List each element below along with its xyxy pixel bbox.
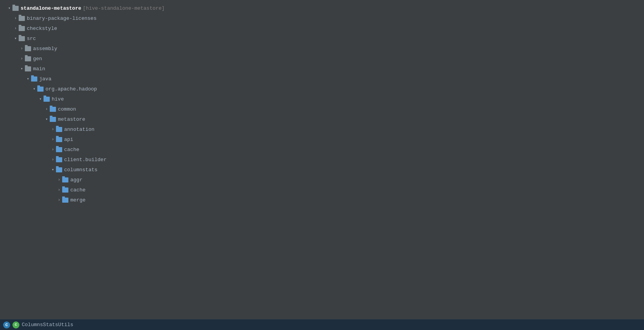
tree-root[interactable]: ▾ standalone-metastore [hive-standalone-… bbox=[0, 3, 644, 13]
chevron-down-icon: ▾ bbox=[12, 36, 19, 41]
item-label: main bbox=[33, 66, 45, 72]
folder-blue-icon bbox=[31, 76, 37, 82]
folder-icon bbox=[25, 56, 31, 61]
item-label: common bbox=[58, 106, 76, 112]
chevron-right-icon: › bbox=[56, 188, 62, 192]
item-label: binary-package-licenses bbox=[27, 16, 96, 21]
chevron-right-icon: › bbox=[19, 57, 25, 61]
tree-item-api[interactable]: › api bbox=[0, 134, 644, 144]
chevron-right-icon: › bbox=[56, 178, 62, 182]
folder-icon bbox=[19, 26, 25, 31]
item-label: metastore bbox=[58, 116, 85, 122]
item-label: gen bbox=[33, 56, 42, 62]
folder-package-icon bbox=[62, 177, 68, 182]
root-label: standalone-metastore bbox=[21, 5, 81, 11]
chevron-right-icon: › bbox=[44, 107, 50, 111]
chevron-right-icon: › bbox=[50, 158, 56, 162]
folder-package-icon bbox=[50, 117, 56, 122]
folder-package-icon bbox=[56, 157, 62, 162]
tree-item-checkstyle[interactable]: › checkstyle bbox=[0, 23, 644, 33]
folder-package-icon bbox=[62, 188, 68, 193]
folder-package-icon bbox=[44, 97, 50, 102]
folder-package-icon bbox=[56, 167, 62, 172]
tree-item-java[interactable]: ▾ java bbox=[0, 74, 644, 84]
item-label: assembly bbox=[33, 46, 57, 52]
chevron-right-icon: › bbox=[56, 198, 62, 202]
chevron-right-icon: › bbox=[12, 16, 19, 21]
tree-item-src[interactable]: ▾ src bbox=[0, 33, 644, 43]
item-label: aggr bbox=[70, 177, 82, 183]
tree-item-columnstats-cache[interactable]: › cache bbox=[0, 185, 644, 195]
folder-package-icon bbox=[50, 107, 56, 112]
folder-package-icon bbox=[56, 127, 62, 132]
tree-item-binary-package-licenses[interactable]: › binary-package-licenses bbox=[0, 13, 644, 23]
chevron-right-icon: › bbox=[50, 127, 56, 132]
item-label: cache bbox=[70, 187, 86, 193]
item-label: checkstyle bbox=[27, 26, 57, 31]
folder-icon bbox=[12, 6, 19, 11]
tree-item-cache[interactable]: › cache bbox=[0, 144, 644, 155]
tree-item-metastore[interactable]: ▾ metastore bbox=[0, 114, 644, 124]
chevron-right-icon: › bbox=[19, 47, 25, 51]
class-instance-icon: c bbox=[12, 321, 19, 328]
item-label: java bbox=[39, 76, 51, 82]
tree-item-main[interactable]: ▾ main bbox=[0, 64, 644, 74]
tree-item-annotation[interactable]: › annotation bbox=[0, 124, 644, 134]
folder-icon bbox=[19, 36, 25, 41]
tree-item-merge[interactable]: › merge bbox=[0, 195, 644, 205]
item-label: annotation bbox=[64, 127, 94, 132]
chevron-down-icon: ▾ bbox=[6, 6, 12, 10]
folder-package-icon bbox=[37, 87, 44, 92]
root-bracket: [hive-standalone-metastore] bbox=[83, 5, 165, 11]
item-label: cache bbox=[64, 147, 79, 153]
item-label: client.builder bbox=[64, 157, 106, 163]
tree-item-client-builder[interactable]: › client.builder bbox=[0, 155, 644, 165]
chevron-down-icon: ▾ bbox=[44, 117, 50, 122]
tree-item-gen[interactable]: › gen bbox=[0, 54, 644, 64]
chevron-down-icon: ▾ bbox=[50, 167, 56, 172]
tree-item-hive[interactable]: ▾ hive bbox=[0, 94, 644, 104]
folder-package-icon bbox=[62, 198, 68, 203]
item-label: hive bbox=[52, 96, 64, 102]
folder-package-icon bbox=[56, 137, 62, 142]
tree-item-org-apache-hadoop[interactable]: ▾ org.apache.hadoop bbox=[0, 84, 644, 94]
file-tree: ▾ standalone-metastore [hive-standalone-… bbox=[0, 0, 644, 319]
class-name: ColumnsStatsUtils bbox=[22, 322, 73, 328]
folder-icon bbox=[25, 66, 31, 71]
item-label: org.apache.hadoop bbox=[45, 86, 97, 92]
class-icon: C bbox=[3, 321, 10, 328]
folder-package-icon bbox=[56, 147, 62, 152]
item-label: columnstats bbox=[64, 167, 98, 173]
tree-item-common[interactable]: › common bbox=[0, 104, 644, 114]
chevron-right-icon: › bbox=[50, 137, 56, 142]
item-label: merge bbox=[70, 197, 86, 203]
tree-item-aggr[interactable]: › aggr bbox=[0, 175, 644, 185]
tree-item-columnstats[interactable]: ▾ columnstats bbox=[0, 165, 644, 175]
chevron-down-icon: ▾ bbox=[37, 97, 44, 101]
item-label: src bbox=[27, 36, 36, 42]
chevron-down-icon: ▾ bbox=[31, 87, 37, 91]
chevron-right-icon: › bbox=[50, 148, 56, 152]
status-bar: C c ColumnsStatsUtils bbox=[0, 319, 644, 330]
tree-item-assembly[interactable]: › assembly bbox=[0, 43, 644, 54]
chevron-right-icon: › bbox=[12, 26, 19, 31]
chevron-down-icon: ▾ bbox=[25, 76, 31, 81]
folder-icon bbox=[19, 16, 25, 21]
folder-icon bbox=[25, 46, 31, 51]
item-label: api bbox=[64, 137, 73, 142]
chevron-down-icon: ▾ bbox=[19, 66, 25, 71]
